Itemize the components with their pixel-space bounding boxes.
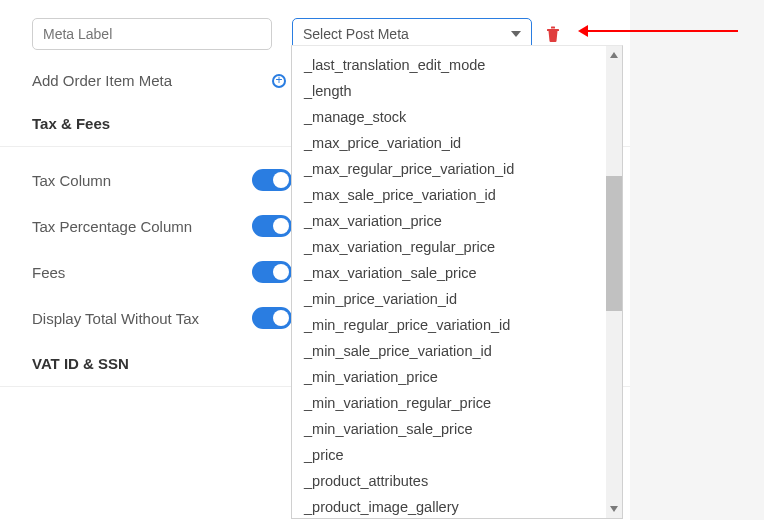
dropdown-option[interactable]: _product_attributes <box>292 468 622 494</box>
tax-column-label: Tax Column <box>32 172 252 189</box>
dropdown-option[interactable]: _min_variation_price <box>292 364 622 390</box>
add-order-item-meta-label: Add Order Item Meta <box>32 72 252 89</box>
svg-marker-2 <box>610 52 618 58</box>
post-meta-dropdown[interactable]: _last_translation_edit_mode_length_manag… <box>291 45 623 519</box>
dropdown-option[interactable]: _min_sale_price_variation_id <box>292 338 622 364</box>
svg-rect-0 <box>547 29 559 31</box>
svg-rect-1 <box>551 27 555 29</box>
chevron-down-icon <box>511 31 521 37</box>
tax-percentage-toggle[interactable] <box>252 215 292 237</box>
scroll-down-icon[interactable] <box>609 504 619 514</box>
svg-marker-3 <box>610 506 618 512</box>
dropdown-option[interactable]: _min_price_variation_id <box>292 286 622 312</box>
dropdown-option[interactable]: _price <box>292 442 622 468</box>
scrollbar-thumb[interactable] <box>606 176 622 311</box>
dropdown-option[interactable]: _product_image_gallery <box>292 494 622 519</box>
post-meta-select-placeholder: Select Post Meta <box>303 26 409 42</box>
display-total-without-tax-label: Display Total Without Tax <box>32 310 252 327</box>
dropdown-option[interactable]: _max_sale_price_variation_id <box>292 182 622 208</box>
delete-meta-button[interactable] <box>546 26 560 42</box>
plus-circle-icon <box>272 74 286 88</box>
fees-toggle[interactable] <box>252 261 292 283</box>
dropdown-option[interactable]: _max_price_variation_id <box>292 130 622 156</box>
scroll-up-icon[interactable] <box>609 50 619 60</box>
dropdown-option[interactable]: _min_variation_sale_price <box>292 416 622 442</box>
dropdown-option[interactable]: _length <box>292 78 622 104</box>
dropdown-option[interactable]: _max_variation_price <box>292 208 622 234</box>
fees-label: Fees <box>32 264 252 281</box>
dropdown-scrollbar[interactable] <box>606 46 622 518</box>
dropdown-option[interactable]: _max_variation_sale_price <box>292 260 622 286</box>
dropdown-option[interactable]: _max_variation_regular_price <box>292 234 622 260</box>
dropdown-option[interactable]: _last_translation_edit_mode <box>292 52 622 78</box>
dropdown-option[interactable]: _max_regular_price_variation_id <box>292 156 622 182</box>
dropdown-option[interactable]: _min_variation_regular_price <box>292 390 622 416</box>
trash-icon <box>546 26 560 42</box>
tax-column-toggle[interactable] <box>252 169 292 191</box>
tax-percentage-label: Tax Percentage Column <box>32 218 252 235</box>
display-total-without-tax-toggle[interactable] <box>252 307 292 329</box>
dropdown-option[interactable]: _min_regular_price_variation_id <box>292 312 622 338</box>
meta-label-input[interactable] <box>32 18 272 50</box>
dropdown-option[interactable]: _manage_stock <box>292 104 622 130</box>
